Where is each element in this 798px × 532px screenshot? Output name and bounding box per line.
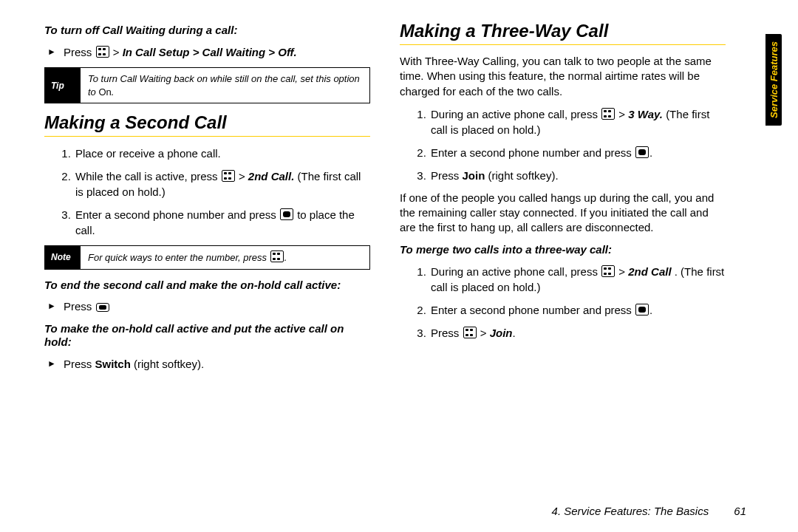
- softkey-name: Join: [463, 169, 485, 182]
- page-number: 61: [734, 505, 746, 517]
- menu-path: 2nd Call.: [248, 170, 295, 183]
- ok-icon: [635, 146, 649, 158]
- threeway-note: If one of the people you called hangs up…: [400, 191, 726, 236]
- threeway-steps: During an active phone call, press > 3 W…: [400, 106, 726, 183]
- menu-icon: [222, 170, 235, 182]
- right-column: Making a Three-Way Call With Three-Way C…: [397, 13, 764, 519]
- menu-icon: [96, 46, 109, 58]
- merge-steps: During an active phone call, press > 2nd…: [400, 264, 726, 341]
- ok-icon: [635, 304, 649, 316]
- tip-text: To turn Call Waiting back on while still…: [81, 68, 369, 103]
- callwaiting-off-sub: To turn off Call Waiting during a call:: [44, 24, 370, 38]
- list-item: Press Switch (right softkey).: [64, 357, 370, 372]
- list-item: While the call is active, press > 2nd Ca…: [74, 168, 370, 200]
- note-callout: Note For quick ways to enter the number,…: [44, 245, 370, 270]
- heading-threeway: Making a Three-Way Call: [400, 21, 726, 41]
- ok-icon: [280, 208, 293, 220]
- menu-path: 2nd Call: [628, 265, 671, 278]
- list-item: Press > In Call Setup > Call Waiting > O…: [64, 45, 370, 60]
- swap-sub: To make the on-hold call active and put …: [44, 322, 370, 350]
- swap-bullet: Press Switch (right softkey).: [44, 357, 370, 372]
- list-item: Enter a second phone number and press .: [429, 302, 726, 318]
- end-second-sub: To end the second call and make the on-h…: [44, 279, 370, 293]
- menu-icon: [270, 250, 284, 262]
- heading-underline: [400, 44, 726, 45]
- heading-underline: [44, 136, 370, 137]
- tip-label: Tip: [45, 68, 81, 103]
- list-item: Enter a second phone number and press .: [429, 145, 726, 160]
- note-text: For quick ways to enter the number, pres…: [81, 246, 294, 269]
- end-icon: [96, 303, 109, 312]
- text: Press: [64, 46, 95, 58]
- menu-path: In Call Setup > Call Waiting > Off.: [123, 46, 297, 58]
- list-item: During an active phone call, press > 2nd…: [429, 264, 726, 295]
- menu-icon: [463, 327, 477, 338]
- menu-path: 3 Way.: [628, 108, 663, 120]
- menu-path: Join: [490, 327, 513, 339]
- note-label: Note: [45, 246, 81, 269]
- side-tab: Service Features: [765, 34, 782, 126]
- manual-page: Service Features To turn off Call Waitin…: [0, 0, 798, 532]
- tip-callout: Tip To turn Call Waiting back on while s…: [44, 67, 370, 103]
- threeway-intro: With Three-Way Calling, you can talk to …: [400, 54, 726, 99]
- list-item: Place or receive a phone call.: [74, 146, 370, 161]
- end-second-bullet: Press: [44, 299, 370, 314]
- list-item: Press: [64, 299, 370, 314]
- list-item: Press > Join.: [429, 325, 726, 341]
- menu-icon: [601, 265, 615, 277]
- text: >: [113, 46, 123, 58]
- list-item: During an active phone call, press > 3 W…: [429, 106, 726, 137]
- list-item: Press Join (right softkey).: [429, 168, 726, 183]
- callwaiting-off-bullet: Press > In Call Setup > Call Waiting > O…: [44, 45, 370, 60]
- second-call-steps: Place or receive a phone call. While the…: [44, 146, 370, 238]
- list-item: Enter a second phone number and press to…: [74, 207, 370, 238]
- merge-sub: To merge two calls into a three-way call…: [400, 243, 726, 257]
- left-column: To turn off Call Waiting during a call: …: [44, 13, 373, 519]
- heading-second-call: Making a Second Call: [44, 112, 370, 133]
- menu-icon: [601, 108, 615, 120]
- page-footer: 4. Service Features: The Basics 61: [552, 505, 746, 517]
- footer-chapter: 4. Service Features: The Basics: [552, 505, 709, 517]
- softkey-name: Switch: [95, 358, 131, 370]
